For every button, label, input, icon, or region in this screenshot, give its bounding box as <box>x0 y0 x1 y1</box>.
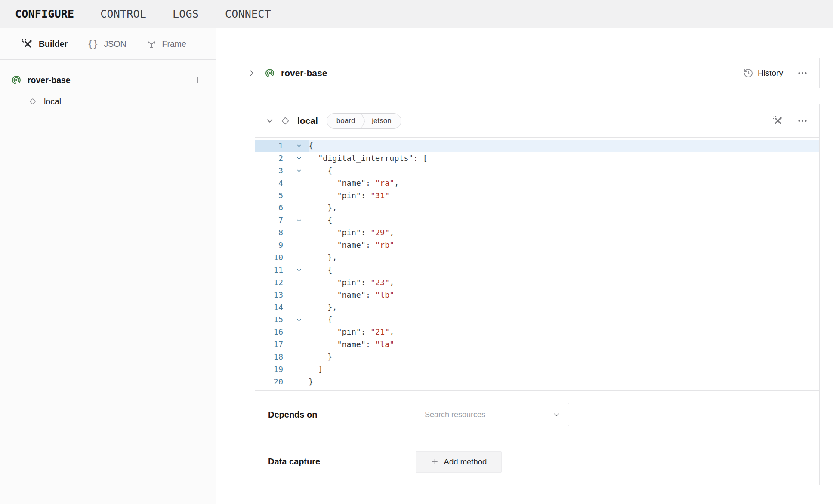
tools-icon[interactable] <box>773 116 783 126</box>
code-line[interactable]: 19 ] <box>255 363 819 376</box>
fold-toggle-icon[interactable] <box>290 165 309 177</box>
code-line[interactable]: 16 "pin": "21", <box>255 326 819 338</box>
code-line[interactable]: 2 "digital_interrupts": [ <box>255 152 819 165</box>
fold-toggle-icon[interactable] <box>290 214 309 227</box>
code-token-punct <box>309 340 337 349</box>
code-line[interactable]: 15 { <box>255 313 819 326</box>
part-menu-ellipsis-icon[interactable] <box>797 68 808 79</box>
code-line[interactable]: 18 } <box>255 351 819 363</box>
add-resource-icon[interactable] <box>193 75 203 85</box>
code-token-punct <box>309 154 318 163</box>
code-token-punct: { <box>309 215 332 224</box>
code-line[interactable]: 3 { <box>255 165 819 177</box>
fold-toggle-icon[interactable] <box>290 264 309 277</box>
mode-tab-frame[interactable]: Frame <box>146 39 186 49</box>
code-line[interactable]: 11 { <box>255 264 819 277</box>
code-token-punct: , <box>389 228 394 237</box>
fold-spacer <box>290 301 309 314</box>
line-number: 12 <box>255 277 290 289</box>
code-token-punct: { <box>309 315 332 324</box>
code-token-key: "pin" <box>337 327 361 336</box>
fold-toggle-icon[interactable] <box>290 152 309 165</box>
collapse-resource-chevron-down-icon[interactable] <box>265 117 274 125</box>
history-button[interactable]: History <box>743 68 783 78</box>
code-line-text: "name": "rb" <box>309 239 819 252</box>
resource-tree: rover-base local <box>0 60 216 111</box>
machine-live-icon <box>265 68 275 78</box>
code-token-punct: ] <box>309 365 323 374</box>
nesting-connector-line <box>236 88 236 485</box>
line-number: 15 <box>255 313 290 326</box>
code-line-text: { <box>309 214 819 227</box>
code-line[interactable]: 8 "pin": "29", <box>255 227 819 239</box>
code-token-punct: , <box>389 278 394 287</box>
fold-spacer <box>290 277 309 289</box>
code-token-key: "name" <box>337 340 365 349</box>
code-line[interactable]: 12 "pin": "23", <box>255 277 819 289</box>
code-line[interactable]: 17 "name": "la" <box>255 338 819 351</box>
sidebar-item-local[interactable]: local <box>0 92 216 111</box>
fold-spacer <box>290 239 309 252</box>
code-line[interactable]: 4 "name": "ra", <box>255 177 819 190</box>
code-line[interactable]: 1{ <box>255 140 819 152</box>
code-line-text: ] <box>309 363 819 376</box>
line-number: 16 <box>255 326 290 338</box>
nav-tab-configure[interactable]: CONFIGURE <box>15 8 74 20</box>
code-line[interactable]: 9 "name": "rb" <box>255 239 819 252</box>
code-line[interactable]: 20} <box>255 376 819 388</box>
line-number: 14 <box>255 301 290 314</box>
line-number: 2 <box>255 152 290 165</box>
code-token-key: "pin" <box>337 278 361 287</box>
code-token-key: "name" <box>337 290 365 299</box>
code-token-punct <box>309 278 337 287</box>
code-token-punct: , <box>389 327 394 336</box>
code-token-key: "pin" <box>337 191 361 200</box>
line-number: 8 <box>255 227 290 239</box>
nav-tab-logs[interactable]: LOGS <box>173 8 199 20</box>
line-number: 9 <box>255 239 290 252</box>
fold-spacer <box>290 338 309 351</box>
code-line[interactable]: 10 }, <box>255 252 819 264</box>
code-token-punct: : <box>361 228 370 237</box>
code-line[interactable]: 7 { <box>255 214 819 227</box>
code-line-text: "name": "lb" <box>309 289 819 301</box>
chevron-down-icon <box>553 411 560 418</box>
nav-tab-connect[interactable]: CONNECT <box>225 8 271 20</box>
code-token-punct <box>309 228 337 237</box>
code-token-punct <box>309 327 337 336</box>
code-token-key: "pin" <box>337 228 361 237</box>
line-number: 13 <box>255 289 290 301</box>
resource-card-local: local boardjetson 1{2 "digital_interrupt… <box>255 104 820 485</box>
json-attributes-editor[interactable]: 1{2 "digital_interrupts": [3 {4 "name": … <box>255 137 819 391</box>
nav-tab-control[interactable]: CONTROL <box>100 8 146 20</box>
fold-spacer <box>290 326 309 338</box>
expand-part-chevron-right-icon[interactable] <box>247 69 256 77</box>
code-line[interactable]: 5 "pin": "31" <box>255 190 819 202</box>
fold-spacer <box>290 376 309 388</box>
resource-card-header: local boardjetson <box>255 104 819 137</box>
depends-on-section: Depends on Search resources <box>255 391 819 439</box>
sidebar-item-rover-base[interactable]: rover-base <box>0 71 216 89</box>
depends-on-select[interactable]: Search resources <box>416 403 569 426</box>
fold-toggle-icon[interactable] <box>290 313 309 326</box>
frame-axes-icon <box>146 39 157 49</box>
code-line-text: } <box>309 376 819 388</box>
line-number: 20 <box>255 376 290 388</box>
code-token-key: "digital_interrupts" <box>318 154 413 163</box>
code-token-punct <box>309 240 337 249</box>
fold-toggle-icon[interactable] <box>290 140 309 152</box>
resource-menu-ellipsis-icon[interactable] <box>797 115 808 126</box>
mode-tab-builder[interactable]: Builder <box>22 39 68 49</box>
sidebar-resource-name: local <box>44 97 61 107</box>
code-line[interactable]: 6 }, <box>255 202 819 214</box>
mode-tab-json[interactable]: {}JSON <box>87 39 126 49</box>
data-capture-label: Data capture <box>268 457 416 467</box>
code-line[interactable]: 14 }, <box>255 301 819 314</box>
add-method-button[interactable]: Add method <box>416 451 502 473</box>
fold-spacer <box>290 351 309 363</box>
code-line[interactable]: 13 "name": "lb" <box>255 289 819 301</box>
tools-icon <box>22 39 33 49</box>
code-token-string: "lb" <box>375 290 394 299</box>
code-token-string: "29" <box>370 228 389 237</box>
code-token-punct: } <box>309 352 332 361</box>
